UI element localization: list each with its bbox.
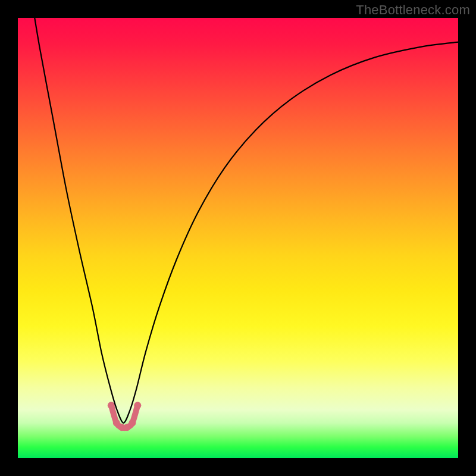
trough-marker <box>108 402 141 431</box>
svg-point-4 <box>129 419 136 427</box>
svg-point-0 <box>108 402 115 409</box>
bottleneck-curve <box>31 0 458 423</box>
watermark-text: TheBottleneck.com <box>356 2 470 18</box>
chart-frame: TheBottleneck.com <box>0 0 476 476</box>
svg-point-5 <box>134 402 141 409</box>
plot-area <box>18 18 458 458</box>
curve-svg <box>18 18 458 458</box>
